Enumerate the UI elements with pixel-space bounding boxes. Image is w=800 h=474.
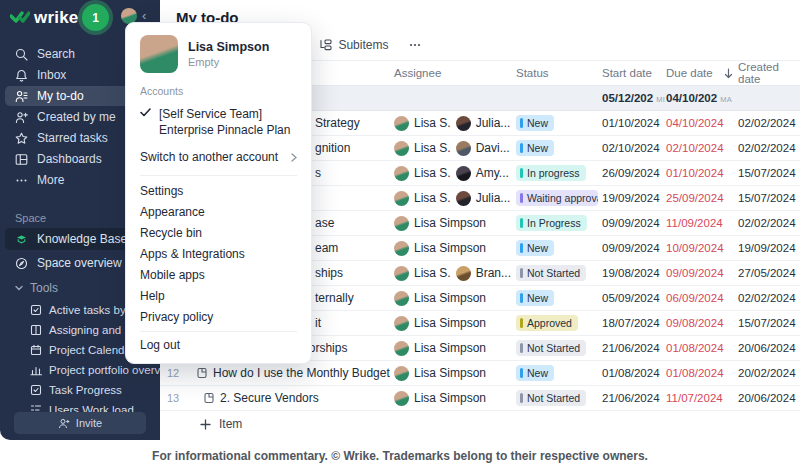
status-cell[interactable]: New bbox=[512, 140, 598, 156]
task-name[interactable]: ships bbox=[315, 266, 343, 280]
due-date[interactable]: 09/09/2024 bbox=[662, 267, 720, 279]
due-date[interactable]: 10/09/2024 bbox=[662, 242, 720, 254]
due-date[interactable]: 04/10/2024 bbox=[662, 117, 720, 129]
created-date[interactable]: 02/02/2024 bbox=[734, 117, 800, 129]
created-date[interactable]: 15/07/2024 bbox=[734, 167, 800, 179]
assignee-cell[interactable]: Lisa Simpson bbox=[390, 216, 512, 231]
col-assignee[interactable]: Assignee bbox=[390, 67, 512, 79]
created-date[interactable]: 02/02/2024 bbox=[734, 142, 800, 154]
due-date[interactable]: 02/10/2024 bbox=[662, 142, 720, 154]
start-date[interactable]: 21/06/2024 bbox=[598, 392, 662, 404]
more-button[interactable] bbox=[408, 39, 422, 51]
status-cell[interactable]: Approved bbox=[512, 315, 598, 331]
status-cell[interactable]: Waiting approva bbox=[512, 190, 598, 206]
col-start-date[interactable]: Start date bbox=[598, 67, 662, 79]
start-date[interactable]: 05/09/2024 bbox=[598, 292, 662, 304]
assignee-cell[interactable]: Lisa S.Amy... bbox=[390, 166, 512, 181]
switch-account-label: Switch to another account bbox=[140, 150, 278, 164]
assignee-cell[interactable]: Lisa Simpson bbox=[390, 316, 512, 331]
menu-item-log-out[interactable]: Log out bbox=[126, 336, 311, 357]
menu-item-mobile-apps[interactable]: Mobile apps bbox=[126, 264, 311, 285]
subitems-icon bbox=[319, 39, 332, 51]
due-date[interactable]: 01/08/2024 bbox=[662, 367, 720, 379]
created-date[interactable]: 02/02/2024 bbox=[734, 292, 800, 304]
task-name[interactable]: eam bbox=[315, 241, 338, 255]
task-row[interactable]: 12How do I use the Monthly Budget TracLi… bbox=[160, 361, 800, 386]
task-name[interactable]: it bbox=[315, 316, 321, 330]
sidebar-tool-task-progress[interactable]: Task Progress bbox=[0, 380, 160, 400]
start-date[interactable]: 09/09/2024 bbox=[598, 242, 662, 254]
start-date[interactable]: 19/09/2024 bbox=[598, 192, 662, 204]
due-date[interactable]: 25/09/2024 bbox=[662, 192, 720, 204]
assignee-cell[interactable]: Lisa S.Julia... bbox=[390, 191, 512, 206]
menu-item-help[interactable]: Help bbox=[126, 285, 311, 306]
status-cell[interactable]: In Progress bbox=[512, 215, 598, 231]
start-date[interactable]: 18/07/2024 bbox=[598, 317, 662, 329]
created-date[interactable]: 20/06/2024 bbox=[734, 392, 800, 404]
assignee-cell[interactable]: Lisa Simpson bbox=[390, 366, 512, 381]
created-date[interactable]: 02/02/2024 bbox=[734, 217, 800, 229]
task-name[interactable]: gnition bbox=[315, 141, 350, 155]
menu-item-recycle-bin[interactable]: Recycle bin bbox=[126, 222, 311, 243]
start-date[interactable]: 09/09/2024 bbox=[598, 217, 662, 229]
due-date[interactable]: 09/08/2024 bbox=[662, 317, 720, 329]
add-item-button[interactable]: Item bbox=[160, 411, 800, 437]
assignee-cell[interactable]: Lisa Simpson bbox=[390, 341, 512, 356]
task-name[interactable]: s bbox=[315, 166, 321, 180]
sort-desc-icon[interactable] bbox=[720, 68, 734, 79]
col-created-date[interactable]: Created date bbox=[734, 61, 800, 85]
col-status[interactable]: Status bbox=[512, 67, 598, 79]
status-cell[interactable]: Not Started bbox=[512, 265, 598, 281]
due-date[interactable]: 06/09/2024 bbox=[662, 292, 720, 304]
task-name[interactable]: How do I use the Monthly Budget Trac bbox=[213, 366, 390, 380]
due-date[interactable]: 01/10/2024 bbox=[662, 167, 720, 179]
status-cell[interactable]: New bbox=[512, 365, 598, 381]
due-date[interactable]: 11/07/2024 bbox=[662, 392, 720, 404]
col-due-date[interactable]: Due date bbox=[662, 67, 720, 79]
created-date[interactable]: 27/05/2024 bbox=[734, 267, 800, 279]
status-badge: New bbox=[516, 115, 554, 131]
task-name[interactable]: Strategy bbox=[315, 116, 360, 130]
menu-item-settings[interactable]: Settings bbox=[126, 180, 311, 201]
status-cell[interactable]: New bbox=[512, 115, 598, 131]
created-date[interactable]: 15/07/2024 bbox=[734, 192, 800, 204]
assignee-cell[interactable]: Lisa Simpson bbox=[390, 391, 512, 406]
menu-item-switch-account[interactable]: Switch to another account bbox=[126, 143, 311, 171]
task-name[interactable]: 2. Secure Vendors bbox=[220, 391, 319, 405]
assignee-cell[interactable]: Lisa Simpson bbox=[390, 291, 512, 306]
tools-label: Tools bbox=[30, 281, 58, 295]
collapse-sidebar-icon[interactable]: ‹ bbox=[142, 8, 146, 23]
start-date[interactable]: 21/06/2024 bbox=[598, 342, 662, 354]
notification-badge[interactable]: 1 bbox=[82, 4, 109, 31]
status-cell[interactable]: New bbox=[512, 240, 598, 256]
menu-item-privacy-policy[interactable]: Privacy policy bbox=[126, 306, 311, 327]
menu-item-appearance[interactable]: Appearance bbox=[126, 201, 311, 222]
subitems-button[interactable]: Subitems bbox=[319, 38, 388, 52]
assignee-cell[interactable]: Lisa Simpson bbox=[390, 241, 512, 256]
assignee-cell[interactable]: Lisa S.Davi... bbox=[390, 141, 512, 156]
status-cell[interactable]: New bbox=[512, 290, 598, 306]
start-date[interactable]: 01/08/2024 bbox=[598, 367, 662, 379]
task-name[interactable]: ternally bbox=[315, 291, 354, 305]
start-date[interactable]: 02/10/2024 bbox=[598, 142, 662, 154]
due-date[interactable]: 01/08/2024 bbox=[662, 342, 720, 354]
assignee-cell[interactable]: Lisa S.Bran... bbox=[390, 266, 512, 281]
start-date[interactable]: 01/10/2024 bbox=[598, 117, 662, 129]
created-date[interactable]: 15/07/2024 bbox=[734, 317, 800, 329]
invite-button[interactable]: Invite bbox=[14, 412, 146, 434]
start-date[interactable]: 26/09/2024 bbox=[598, 167, 662, 179]
task-name[interactable]: ase bbox=[315, 216, 334, 230]
created-date[interactable]: 19/09/2024 bbox=[734, 242, 800, 254]
due-date[interactable]: 11/09/2024 bbox=[662, 217, 720, 229]
status-cell[interactable]: In progress bbox=[512, 165, 598, 181]
assignee-cell[interactable]: Lisa S.Julia... bbox=[390, 116, 512, 131]
start-date[interactable]: 19/08/2024 bbox=[598, 267, 662, 279]
status-cell[interactable]: Not Started bbox=[512, 390, 598, 406]
menu-item-current-account[interactable]: [Self Service Team] Enterprise Pinnacle … bbox=[126, 101, 311, 143]
menu-item-apps-integrations[interactable]: Apps & Integrations bbox=[126, 243, 311, 264]
task-row[interactable]: 132. Secure VendorsLisa SimpsonNot Start… bbox=[160, 386, 800, 411]
created-date[interactable]: 20/06/2024 bbox=[734, 342, 800, 354]
menu-item-label: Help bbox=[140, 289, 165, 303]
status-cell[interactable]: Not Started bbox=[512, 340, 598, 356]
created-date[interactable]: 20/02/2024 bbox=[734, 367, 800, 379]
